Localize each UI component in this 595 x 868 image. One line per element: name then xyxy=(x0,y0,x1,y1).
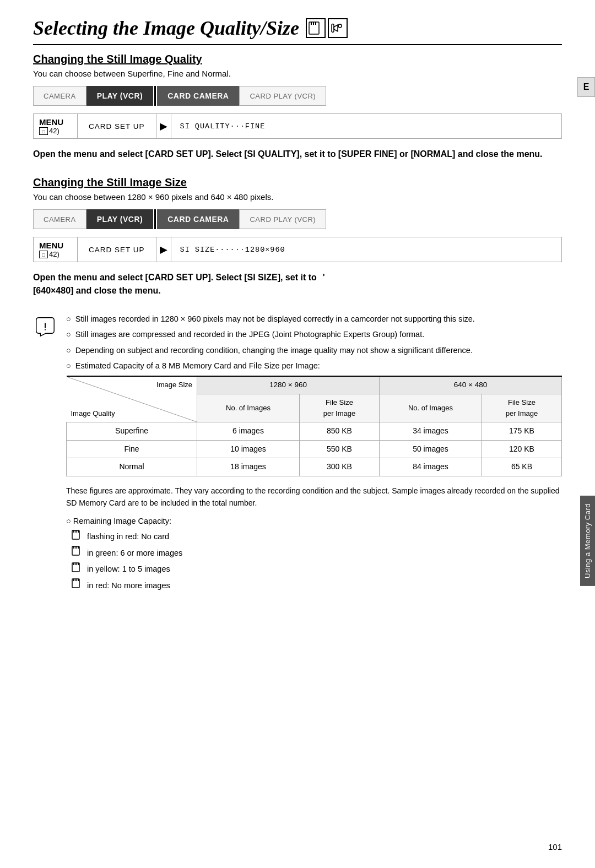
svg-rect-3 xyxy=(315,22,316,25)
side-label-memory-card: Using a Memory Card xyxy=(580,496,595,586)
memory-card-icon xyxy=(306,18,326,38)
svg-point-4 xyxy=(338,24,342,28)
footnote: These figures are approximate. They vary… xyxy=(66,485,562,509)
menu-arrow-1: ▶ xyxy=(156,114,171,138)
sub-header-no-images-1: No. of Images xyxy=(197,394,300,422)
svg-rect-9 xyxy=(75,530,77,533)
svg-rect-21 xyxy=(75,579,77,581)
green-icon xyxy=(72,545,83,561)
menu-setting-2: SI SIZE······1280×960 xyxy=(171,237,294,262)
sub-header-no-images-2: No. of Images xyxy=(380,394,482,422)
superfine-640-size: 175 KB xyxy=(482,422,561,441)
fine-640-size: 120 KB xyxy=(482,440,561,458)
no-card-icon xyxy=(72,529,83,545)
svg-rect-16 xyxy=(73,563,74,565)
section2-instruction: Open the menu and select [CARD SET UP]. … xyxy=(33,271,562,297)
notes-list: ○ Still images recorded in 1280 × 960 pi… xyxy=(66,313,562,594)
cap-no-card: flashing in red: No card xyxy=(72,529,562,545)
svg-rect-22 xyxy=(78,579,79,581)
superfine-1280-count: 6 images xyxy=(197,422,300,441)
note-item-3: ○ Depending on subject and recording con… xyxy=(66,344,562,356)
remaining-capacity-label: ○ Remaining Image Capacity: xyxy=(66,515,562,527)
svg-rect-10 xyxy=(78,530,79,533)
menu-card-setup-2: CARD SET UP xyxy=(78,237,156,262)
tab-card-camera-2[interactable]: CARD CAMERA xyxy=(157,209,239,229)
book-icon-1: □ xyxy=(39,127,48,135)
tab-bar-1: CAMERA PLAY (VCR) CARD CAMERA CARD PLAY … xyxy=(33,86,562,106)
page-number: 101 xyxy=(548,842,562,851)
menu-setting-1: SI QUALITY···FINE xyxy=(171,114,274,138)
sub-header-file-size-1: File Sizeper Image xyxy=(299,394,379,422)
fine-1280-count: 10 images xyxy=(197,440,300,458)
sub-header-file-size-2: File Sizeper Image xyxy=(482,394,561,422)
normal-1280-size: 300 KB xyxy=(299,458,379,476)
svg-rect-12 xyxy=(73,546,74,549)
quality-superfine: Superfine xyxy=(67,422,197,441)
table-row-normal: Normal 18 images 300 KB 84 images 65 KB xyxy=(67,458,562,476)
capacity-table: Image Size Image Quality 1280 × 960 640 … xyxy=(66,376,562,476)
superfine-640-count: 34 images xyxy=(380,422,482,441)
svg-rect-14 xyxy=(78,546,79,549)
quality-normal: Normal xyxy=(67,458,197,476)
tab-card-play-1[interactable]: CARD PLAY (VCR) xyxy=(239,86,326,106)
fine-640-count: 50 images xyxy=(380,440,482,458)
table-row-fine: Fine 10 images 550 KB 50 images 120 KB xyxy=(67,440,562,458)
tab-camera-2[interactable]: CAMERA xyxy=(33,209,86,229)
menu-label-1: MENU □ 42) xyxy=(34,114,78,138)
table-corner: Image Size Image Quality xyxy=(67,376,197,422)
tab-divider-1 xyxy=(154,86,156,106)
normal-640-count: 84 images xyxy=(380,458,482,476)
svg-rect-20 xyxy=(73,579,74,581)
tab-play-vcr-2[interactable]: PLAY (VCR) xyxy=(86,209,154,229)
note-item-1: ○ Still images recorded in 1280 × 960 pi… xyxy=(66,313,562,325)
red-icon xyxy=(72,578,83,593)
col-header-1280: 1280 × 960 xyxy=(197,376,380,394)
note-item-4: ○ Estimated Capacity of a 8 MB Memory Ca… xyxy=(66,360,562,372)
superfine-1280-size: 850 KB xyxy=(299,422,379,441)
menu-card-setup-1: CARD SET UP xyxy=(78,114,156,138)
svg-rect-2 xyxy=(313,22,314,25)
normal-1280-count: 18 images xyxy=(197,458,300,476)
tab-play-vcr-1[interactable]: PLAY (VCR) xyxy=(86,86,154,106)
title-icons xyxy=(306,18,348,38)
menu-arrow-2: ▶ xyxy=(156,237,171,262)
side-tab-e: E xyxy=(577,77,595,97)
section1-heading: Changing the Still Image Quality xyxy=(33,53,562,66)
section2-subtitle: You can choose between 1280 × 960 pixels… xyxy=(33,192,562,202)
tab-card-camera-1[interactable]: CARD CAMERA xyxy=(157,86,239,106)
svg-rect-1 xyxy=(311,22,312,25)
note-item-2: ○ Still images are compressed and record… xyxy=(66,328,562,340)
menu-row-1: MENU □ 42) CARD SET UP ▶ SI QUALITY···FI… xyxy=(33,113,562,139)
yellow-icon xyxy=(72,562,83,577)
notes-icon xyxy=(33,313,57,337)
normal-640-size: 65 KB xyxy=(482,458,561,476)
tab-camera-1[interactable]: CAMERA xyxy=(33,86,86,106)
section1-instruction: Open the menu and select [CARD SET UP]. … xyxy=(33,148,562,161)
section2-heading: Changing the Still Image Size xyxy=(33,176,562,189)
svg-rect-18 xyxy=(78,563,79,565)
svg-rect-17 xyxy=(75,563,77,565)
page-title: Selecting the Image Quality/Size xyxy=(33,17,562,40)
svg-rect-13 xyxy=(75,546,77,549)
col-header-640: 640 × 480 xyxy=(380,376,562,394)
capacity-items: flashing in red: No card in green: 6 or … xyxy=(72,529,562,593)
tab-divider-2 xyxy=(154,209,156,229)
video-icon xyxy=(328,18,348,38)
fine-1280-size: 550 KB xyxy=(299,440,379,458)
notes-section: ○ Still images recorded in 1280 × 960 pi… xyxy=(33,313,562,594)
tab-bar-2: CAMERA PLAY (VCR) CARD CAMERA CARD PLAY … xyxy=(33,209,562,229)
quality-fine: Fine xyxy=(67,440,197,458)
tab-card-play-2[interactable]: CARD PLAY (VCR) xyxy=(239,209,326,229)
cap-green: in green: 6 or more images xyxy=(72,545,562,561)
cap-red: in red: No more images xyxy=(72,578,562,593)
table-row-superfine: Superfine 6 images 850 KB 34 images 175 … xyxy=(67,422,562,441)
book-icon-2: □ xyxy=(39,251,48,258)
section1-subtitle: You can choose between Superfine, Fine a… xyxy=(33,69,562,78)
menu-row-2: MENU □ 42) CARD SET UP ▶ SI SIZE······12… xyxy=(33,237,562,262)
cap-yellow: in yellow: 1 to 5 images xyxy=(72,562,562,577)
svg-rect-8 xyxy=(73,530,74,533)
menu-label-2: MENU □ 42) xyxy=(34,237,78,262)
